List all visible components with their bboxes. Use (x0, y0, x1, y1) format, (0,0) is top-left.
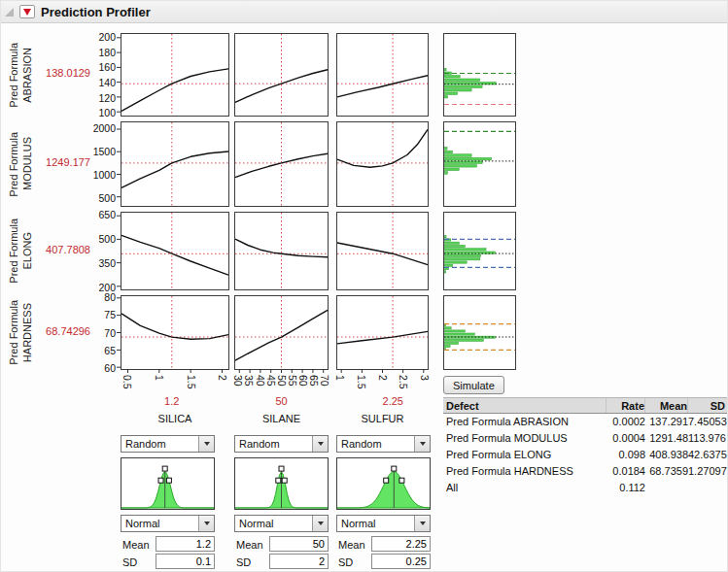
sd-input-silane[interactable] (269, 554, 329, 569)
mean-input-silica[interactable] (156, 536, 215, 552)
distribution-handle[interactable] (384, 478, 389, 483)
prediction-profiler-window: Prediction Profiler Simulate Defect Rate… (0, 0, 728, 572)
x-tick-label: 3 (419, 375, 431, 402)
prediction-curve (121, 235, 228, 275)
simulate-button[interactable]: Simulate (443, 376, 504, 394)
distribution-plot-silica[interactable] (121, 457, 215, 510)
response-label-line: Pred Formula (7, 132, 20, 197)
table-row: Pred Formula MODULUS0.00041291.48113.976 (443, 430, 727, 447)
cell-rate: 0.0184 (607, 463, 645, 480)
profile-plot-elong-silica[interactable] (121, 212, 229, 290)
distribution-handle[interactable] (399, 478, 404, 483)
mean-label-silane: Mean (236, 539, 268, 551)
profile-plot-hardness-silane[interactable] (234, 295, 329, 370)
sampling-dropdown-silica[interactable]: Random (121, 435, 215, 453)
y-tick-label: 2000 (87, 122, 116, 134)
cell-rate: 0.0002 (607, 414, 645, 430)
response-current-value[interactable]: 138.0129 (34, 67, 90, 79)
red-triangle-menu-button[interactable] (19, 5, 35, 18)
response-label: Pred FormulaMODULUS (3, 121, 38, 207)
profile-plot-hardness-sulfur[interactable] (336, 295, 429, 370)
y-tick-label: 60 (87, 362, 116, 374)
y-tick-label: 1000 (87, 169, 116, 181)
simulation-histogram-abrasion (443, 33, 516, 117)
response-label-line: Pred Formula (7, 219, 20, 284)
profile-plot-elong-sulfur[interactable] (336, 212, 429, 290)
cell-defect: Pred Formula MODULUS (443, 430, 607, 447)
profile-plot-abrasion-silane[interactable] (234, 33, 329, 117)
cell-defect: Pred Formula HARDNESS (443, 463, 607, 480)
distribution-plot-sulfur[interactable] (336, 457, 431, 510)
sd-label-silica: SD (122, 556, 155, 568)
distribution-handle[interactable] (276, 478, 281, 483)
mean-label-sulfur: Mean (338, 539, 370, 551)
profile-plot-elong-silane[interactable] (234, 212, 329, 290)
distribution-handle[interactable] (162, 466, 167, 471)
factor-current-value[interactable]: 1.2 (151, 395, 193, 407)
distribution-plot-silane[interactable] (234, 457, 329, 510)
response-current-value[interactable]: 1249.177 (34, 156, 90, 168)
profile-plot-modulus-silane[interactable] (234, 121, 329, 207)
mean-input-silane[interactable] (269, 536, 329, 552)
sampling-dropdown-silane[interactable]: Random (234, 435, 329, 453)
response-current-value[interactable]: 68.74296 (34, 325, 90, 337)
y-tick-label: 160 (87, 61, 116, 73)
profile-plot-abrasion-sulfur[interactable] (336, 33, 429, 117)
response-current-value[interactable]: 407.7808 (34, 244, 90, 255)
y-tick-label: 180 (87, 47, 116, 58)
sd-input-silica[interactable] (156, 554, 215, 569)
outline-wedge-icon[interactable] (5, 8, 14, 17)
factor-current-value[interactable]: 50 (260, 395, 303, 407)
distribution-dropdown-silane[interactable]: Normal (234, 515, 329, 532)
cell-sd (688, 480, 727, 496)
y-tick-label: 120 (87, 92, 116, 104)
factor-name: SULFUR (336, 413, 429, 424)
distribution-dropdown-sulfur[interactable]: Normal (336, 515, 431, 532)
response-label-line: Pred Formula (7, 43, 20, 108)
sampling-dropdown-sulfur[interactable]: Random (336, 435, 431, 453)
factor-current-value[interactable]: 2.25 (371, 395, 414, 407)
dropdown-arrow-icon (414, 516, 430, 531)
factor-name: SILANE (234, 413, 329, 424)
x-tick-label: 1.5 (356, 375, 367, 402)
y-tick-label: 500 (87, 192, 116, 204)
cell-rate: 0.112 (607, 480, 645, 496)
profile-plot-modulus-silica[interactable] (121, 121, 229, 207)
cell-mean: 1291.48 (645, 430, 688, 447)
y-tick-label: 100 (87, 107, 116, 118)
profile-plot-modulus-sulfur[interactable] (336, 121, 429, 207)
sd-label-sulfur: SD (338, 556, 370, 568)
table-row: All0.112 (443, 480, 727, 496)
simulation-histogram-modulus (443, 121, 516, 207)
distribution-handle[interactable] (158, 478, 163, 483)
sd-input-sulfur[interactable] (371, 554, 431, 569)
column-header-rate: Rate (607, 398, 645, 413)
x-tick-label: 2 (217, 375, 228, 402)
sd-label-silane: SD (236, 556, 268, 568)
profile-plot-hardness-silica[interactable] (121, 295, 229, 370)
prediction-curve (121, 314, 228, 339)
distribution-handle[interactable] (166, 478, 171, 483)
mean-input-sulfur[interactable] (371, 536, 431, 552)
red-triangle-icon (23, 9, 31, 16)
combo-selected-value: Random (235, 436, 312, 452)
response-label: Pred FormulaABRASION (3, 33, 38, 117)
distribution-dropdown-silica[interactable]: Normal (121, 515, 215, 532)
defect-table-body: Pred Formula ABRASION0.0002137.2917.4505… (443, 414, 727, 496)
cell-mean: 137.291 (645, 414, 688, 430)
distribution-handle[interactable] (282, 478, 287, 483)
distribution-handle[interactable] (279, 466, 284, 471)
cell-mean (645, 480, 688, 496)
prediction-curve (337, 76, 428, 97)
profile-plot-abrasion-silica[interactable] (121, 33, 229, 117)
y-tick-label: 650 (87, 209, 116, 220)
response-label: Pred FormulaELONG (3, 212, 38, 290)
response-label-line: MODULUS (20, 137, 34, 190)
factor-name: SILICA (121, 413, 229, 424)
simulation-histogram-elong (443, 212, 516, 290)
cell-rate: 0.098 (607, 447, 645, 463)
report-title-bar: Prediction Profiler (1, 1, 728, 23)
y-tick-label: 350 (87, 257, 116, 269)
cell-sd: 113.976 (688, 430, 727, 447)
distribution-handle[interactable] (392, 466, 397, 471)
